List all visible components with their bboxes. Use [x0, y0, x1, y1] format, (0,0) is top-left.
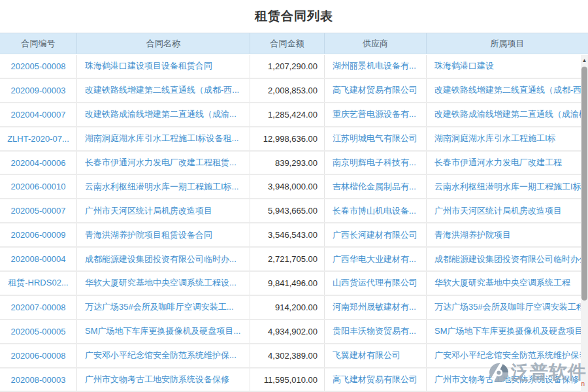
- contract-name-link[interactable]: 广安邓小平纪念馆安全防范系统维护保...: [77, 344, 250, 367]
- contract-id-link[interactable]: 202006-00009: [0, 223, 77, 246]
- contract-name-link[interactable]: 改建铁路成渝线增建第二直通线（成渝...: [77, 103, 250, 126]
- contract-id-link[interactable]: 202008-00003: [0, 368, 77, 391]
- contract-amount: 4,934,902.00: [250, 320, 325, 343]
- project-link[interactable]: 成都能源建设集团投资有限公司临时办公: [427, 248, 588, 270]
- contract-id-link[interactable]: 202007-00008: [0, 296, 77, 319]
- column-header-name: 合同名称: [77, 33, 250, 54]
- contract-amount: 12,998,636.00: [250, 127, 325, 150]
- contract-id-link[interactable]: ZLHT-2020-07...: [0, 127, 77, 150]
- project-link[interactable]: 广州市天河区统计局机房改造项目: [427, 199, 588, 222]
- column-header-supplier: 供应商: [325, 33, 427, 54]
- column-header-amount: 合同金额: [250, 33, 325, 54]
- supplier-link[interactable]: 广西华电大业建材有...: [325, 248, 427, 270]
- contract-id-link[interactable]: 202005-00005: [0, 320, 77, 343]
- page-title: 租赁合同列表: [255, 8, 333, 25]
- vertical-scrollbar[interactable]: ▲: [581, 55, 588, 392]
- supplier-link[interactable]: 广西长河建材有限公司: [325, 223, 427, 246]
- project-link[interactable]: 青海洪湖养护院项目: [427, 223, 588, 246]
- contract-name-link[interactable]: 成都能源建设集团投资有限公司临时办...: [77, 248, 250, 270]
- project-link[interactable]: SM广场地下车库更换摄像机及硬盘项目: [427, 320, 588, 343]
- column-header-project: 所属项目: [427, 33, 588, 54]
- contract-amount: 4,302,389.00: [250, 344, 325, 367]
- contract-name-link[interactable]: 广州市文物考古工地安防系统设备保修: [77, 368, 250, 391]
- table-row[interactable]: 202004-00007 改建铁路成渝线增建第二直通线（成渝... 1,285,…: [0, 103, 588, 127]
- rental-contract-list-page: 租赁合同列表 合同编号合同名称合同金额供应商所属项目 202005-00008 …: [0, 0, 588, 392]
- project-link[interactable]: 改建铁路成渝线增建第二直通线（成渝枢: [427, 103, 588, 126]
- supplier-link[interactable]: 重庆艺普电源设备有...: [325, 103, 427, 126]
- table-body: 202005-00008 珠海鹤港口建设项目设备租赁合同 1,207,290.0…: [0, 55, 588, 392]
- supplier-link[interactable]: 飞翼建材有限公司: [325, 344, 427, 367]
- table-row[interactable]: 租赁-HRDS02... 华软大厦研究基地中央空调系统工程设... 9,841,…: [0, 272, 588, 296]
- table-row[interactable]: ZLHT-2020-07... 湖南洞庭湖水库引水工程施工I标设备租... 12…: [0, 127, 588, 152]
- table-row[interactable]: 202005-00008 珠海鹤港口建设项目设备租赁合同 1,207,290.0…: [0, 55, 588, 79]
- contract-amount: 3,948,000.00: [250, 175, 325, 198]
- supplier-link[interactable]: 高飞建材贸易有限公司: [325, 368, 427, 391]
- contract-name-link[interactable]: 云南水利枢纽潜明水库一期工程施工I标...: [77, 175, 250, 198]
- contract-amount: 1,207,290.00: [250, 55, 325, 78]
- project-link[interactable]: 云南水利枢纽潜明水库一期工程施工I标: [427, 175, 588, 198]
- contract-id-link[interactable]: 202005-00007: [0, 199, 77, 222]
- contract-name-link[interactable]: 青海洪湖养护院项目租赁设备合同: [77, 223, 250, 246]
- contract-amount: 9,841,496.00: [250, 272, 325, 295]
- table-row[interactable]: 202006-00008 广安邓小平纪念馆安全防范系统维护保... 4,302,…: [0, 344, 588, 368]
- contract-id-link[interactable]: 租赁-HRDS02...: [0, 272, 77, 295]
- contract-id-link[interactable]: 202006-00008: [0, 344, 77, 367]
- supplier-link[interactable]: 长春市博山机电设备...: [325, 199, 427, 222]
- contract-name-link[interactable]: 长春市伊通河水力发电厂改建工程租赁...: [77, 152, 250, 174]
- contract-amount: 914,200.00: [250, 296, 325, 319]
- project-link[interactable]: 广州市文物考古工地安防系统设备保修: [427, 368, 588, 391]
- contract-id-link[interactable]: 202004-00007: [0, 103, 77, 126]
- contract-id-link[interactable]: 202006-00010: [0, 175, 77, 198]
- title-bar: 租赁合同列表: [0, 0, 588, 33]
- contract-name-link[interactable]: 湖南洞庭湖水库引水工程施工I标设备租...: [77, 127, 250, 150]
- supplier-link[interactable]: 高飞建材贸易有限公司: [325, 79, 427, 102]
- contract-amount: 839,293.00: [250, 152, 325, 174]
- supplier-link[interactable]: 吉林楷伦金属制品有...: [325, 175, 427, 198]
- project-link[interactable]: 湖南洞庭湖水库引水工程施工I标: [427, 127, 588, 150]
- table-row[interactable]: 202008-00004 成都能源建设集团投资有限公司临时办... 2,721,…: [0, 248, 588, 272]
- table-header-row: 合同编号合同名称合同金额供应商所属项目: [0, 33, 588, 54]
- table-row[interactable]: 202005-00005 SM广场地下车库更换摄像机及硬盘项目... 4,934…: [0, 320, 588, 344]
- supplier-link[interactable]: 河南郑州晟敏建材有...: [325, 296, 427, 319]
- project-link[interactable]: 广安邓小平纪念馆安全防范系统维护保养: [427, 344, 588, 367]
- contract-name-link[interactable]: SM广场地下车库更换摄像机及硬盘项目...: [77, 320, 250, 343]
- contract-amount: 2,721,705.00: [250, 248, 325, 270]
- project-link[interactable]: 珠海鹤港口建设: [427, 55, 588, 78]
- supplier-link[interactable]: 山西货运代理有限公司: [325, 272, 427, 295]
- contract-name-link[interactable]: 华软大厦研究基地中央空调系统工程设...: [77, 272, 250, 295]
- table-row[interactable]: 202006-00010 云南水利枢纽潜明水库一期工程施工I标... 3,948…: [0, 175, 588, 199]
- project-link[interactable]: 长春市伊通河水力发电厂改建工程: [427, 152, 588, 174]
- table-row[interactable]: 202006-00009 青海洪湖养护院项目租赁设备合同 3,546,543.0…: [0, 223, 588, 248]
- contract-name-link[interactable]: 改建铁路线增建第二线直通线（成都-西...: [77, 79, 250, 102]
- contract-amount: 3,546,543.00: [250, 223, 325, 246]
- contract-amount: 1,285,424.00: [250, 103, 325, 126]
- table-row[interactable]: 202008-00003 广州市文物考古工地安防系统设备保修 11,595,01…: [0, 368, 588, 392]
- scrollbar-thumb[interactable]: [581, 67, 587, 301]
- supplier-link[interactable]: 湖州丽景机电设备有...: [325, 55, 427, 78]
- contract-id-link[interactable]: 202009-00003: [0, 79, 77, 102]
- project-link[interactable]: 华软大厦研究基地中央空调系统工程: [427, 272, 588, 295]
- contract-id-link[interactable]: 202008-00004: [0, 248, 77, 270]
- contract-name-link[interactable]: 珠海鹤港口建设项目设备租赁合同: [77, 55, 250, 78]
- project-link[interactable]: 改建铁路线增建第二线直通线（成都-西: [427, 79, 588, 102]
- contract-table: 合同编号合同名称合同金额供应商所属项目 202005-00008 珠海鹤港口建设…: [0, 33, 588, 392]
- supplier-link[interactable]: 南京明辉电子科技有...: [325, 152, 427, 174]
- contract-id-link[interactable]: 202004-00006: [0, 152, 77, 174]
- supplier-link[interactable]: 江苏明城电气有限公司: [325, 127, 427, 150]
- contract-amount: 11,595,010.00: [250, 368, 325, 391]
- table-row[interactable]: 202004-00006 长春市伊通河水力发电厂改建工程租赁... 839,29…: [0, 152, 588, 176]
- column-header-id: 合同编号: [0, 33, 77, 54]
- table-row[interactable]: 202007-00008 万达广场35#会所及咖啡厅空调安装工... 914,2…: [0, 296, 588, 320]
- contract-amount: 5,943,665.00: [250, 199, 325, 222]
- table-row[interactable]: 202009-00003 改建铁路线增建第二线直通线（成都-西... 2,008…: [0, 79, 588, 103]
- scroll-up-arrow-icon[interactable]: ▲: [581, 55, 588, 65]
- project-link[interactable]: 万达广场35#会所及咖啡厅空调安装工程: [427, 296, 588, 319]
- table-row[interactable]: 202005-00007 广州市天河区统计局机房改造项目 5,943,665.0…: [0, 199, 588, 223]
- supplier-link[interactable]: 贵阳丰沃物资贸易有...: [325, 320, 427, 343]
- contract-name-link[interactable]: 万达广场35#会所及咖啡厅空调安装工...: [77, 296, 250, 319]
- contract-id-link[interactable]: 202005-00008: [0, 55, 77, 78]
- contract-name-link[interactable]: 广州市天河区统计局机房改造项目: [77, 199, 250, 222]
- contract-amount: 2,008,853.00: [250, 79, 325, 102]
